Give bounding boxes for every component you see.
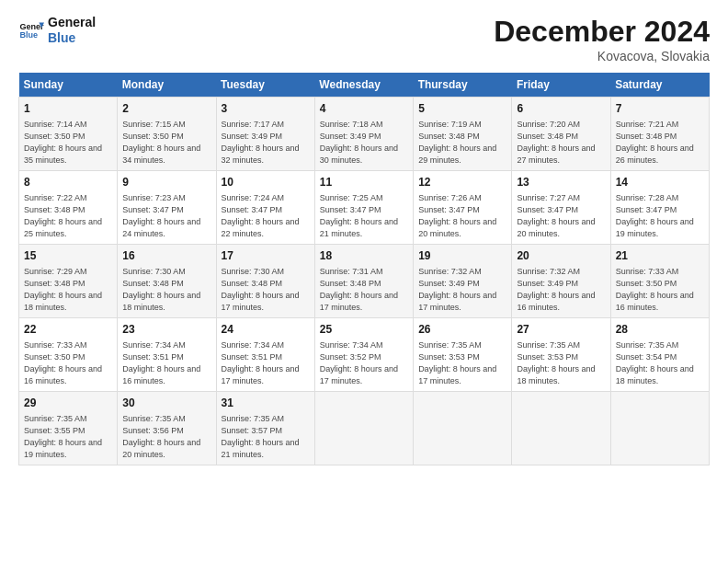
logo-general: General — [48, 15, 96, 30]
day-number: 20 — [517, 248, 605, 264]
cell-info: Sunrise: 7:34 AM Sunset: 3:51 PM Dayligh… — [122, 339, 210, 387]
calendar-cell — [414, 391, 512, 465]
calendar-cell: 6 Sunrise: 7:20 AM Sunset: 3:48 PM Dayli… — [512, 98, 610, 171]
col-monday: Monday — [118, 73, 216, 98]
day-number: 14 — [616, 175, 704, 190]
cell-info: Sunrise: 7:24 AM Sunset: 3:47 PM Dayligh… — [222, 192, 310, 240]
day-number: 28 — [616, 322, 704, 338]
day-number: 6 — [517, 101, 605, 117]
calendar-cell: 24 Sunrise: 7:34 AM Sunset: 3:51 PM Dayl… — [216, 317, 314, 391]
calendar-cell: 26 Sunrise: 7:35 AM Sunset: 3:53 PM Dayl… — [414, 317, 512, 391]
day-number: 1 — [24, 101, 112, 117]
cell-info: Sunrise: 7:35 AM Sunset: 3:53 PM Dayligh… — [418, 339, 506, 387]
cell-info: Sunrise: 7:14 AM Sunset: 3:50 PM Dayligh… — [24, 119, 112, 167]
cell-info: Sunrise: 7:33 AM Sunset: 3:50 PM Dayligh… — [616, 266, 704, 314]
table-row: 15 Sunrise: 7:29 AM Sunset: 3:48 PM Dayl… — [19, 244, 710, 317]
calendar-cell: 13 Sunrise: 7:27 AM Sunset: 3:47 PM Dayl… — [512, 170, 610, 244]
calendar-cell — [610, 391, 709, 465]
calendar-cell: 8 Sunrise: 7:22 AM Sunset: 3:48 PM Dayli… — [19, 170, 118, 244]
table-row: 29 Sunrise: 7:35 AM Sunset: 3:55 PM Dayl… — [19, 391, 710, 465]
col-tuesday: Tuesday — [216, 73, 314, 98]
day-number: 21 — [616, 248, 704, 264]
cell-info: Sunrise: 7:30 AM Sunset: 3:48 PM Dayligh… — [122, 266, 210, 314]
calendar-cell: 31 Sunrise: 7:35 AM Sunset: 3:57 PM Dayl… — [216, 391, 314, 465]
calendar-table: Sunday Monday Tuesday Wednesday Thursday… — [18, 73, 710, 465]
day-number: 7 — [616, 101, 704, 117]
day-number: 16 — [122, 248, 210, 264]
day-number: 25 — [320, 322, 408, 338]
col-friday: Friday — [512, 73, 610, 98]
cell-info: Sunrise: 7:35 AM Sunset: 3:54 PM Dayligh… — [616, 339, 704, 387]
calendar-cell: 7 Sunrise: 7:21 AM Sunset: 3:48 PM Dayli… — [610, 98, 709, 171]
calendar-cell: 17 Sunrise: 7:30 AM Sunset: 3:48 PM Dayl… — [216, 244, 314, 317]
calendar-cell: 25 Sunrise: 7:34 AM Sunset: 3:52 PM Dayl… — [314, 317, 413, 391]
day-number: 15 — [24, 248, 112, 264]
day-number: 13 — [517, 175, 605, 190]
day-number: 30 — [122, 396, 210, 411]
calendar-cell: 21 Sunrise: 7:33 AM Sunset: 3:50 PM Dayl… — [610, 244, 709, 317]
calendar-cell: 12 Sunrise: 7:26 AM Sunset: 3:47 PM Dayl… — [414, 170, 512, 244]
cell-info: Sunrise: 7:26 AM Sunset: 3:47 PM Dayligh… — [418, 192, 506, 240]
col-saturday: Saturday — [610, 73, 709, 98]
cell-info: Sunrise: 7:15 AM Sunset: 3:50 PM Dayligh… — [122, 119, 210, 167]
month-title: December 2024 — [494, 15, 710, 49]
svg-text:Blue: Blue — [19, 30, 38, 40]
cell-info: Sunrise: 7:32 AM Sunset: 3:49 PM Dayligh… — [418, 266, 506, 314]
calendar-cell: 14 Sunrise: 7:28 AM Sunset: 3:47 PM Dayl… — [610, 170, 709, 244]
cell-info: Sunrise: 7:35 AM Sunset: 3:57 PM Dayligh… — [222, 413, 310, 461]
day-number: 5 — [418, 101, 506, 117]
day-number: 10 — [222, 175, 310, 190]
cell-info: Sunrise: 7:32 AM Sunset: 3:49 PM Dayligh… — [517, 266, 605, 314]
cell-info: Sunrise: 7:34 AM Sunset: 3:52 PM Dayligh… — [320, 339, 408, 387]
calendar-cell: 15 Sunrise: 7:29 AM Sunset: 3:48 PM Dayl… — [19, 244, 118, 317]
logo-icon: General Blue — [18, 17, 44, 43]
day-number: 12 — [418, 175, 506, 190]
cell-info: Sunrise: 7:29 AM Sunset: 3:48 PM Dayligh… — [24, 266, 112, 314]
page-container: General Blue General Blue December 2024 … — [0, 0, 728, 475]
cell-info: Sunrise: 7:35 AM Sunset: 3:56 PM Dayligh… — [122, 413, 210, 461]
title-block: December 2024 Kovacova, Slovakia — [494, 15, 710, 63]
day-number: 8 — [24, 175, 112, 190]
calendar-cell: 23 Sunrise: 7:34 AM Sunset: 3:51 PM Dayl… — [118, 317, 216, 391]
day-number: 17 — [222, 248, 310, 264]
day-number: 2 — [122, 101, 210, 117]
calendar-cell: 10 Sunrise: 7:24 AM Sunset: 3:47 PM Dayl… — [216, 170, 314, 244]
calendar-cell: 11 Sunrise: 7:25 AM Sunset: 3:47 PM Dayl… — [314, 170, 413, 244]
cell-info: Sunrise: 7:27 AM Sunset: 3:47 PM Dayligh… — [517, 192, 605, 240]
day-number: 31 — [222, 396, 310, 411]
table-row: 8 Sunrise: 7:22 AM Sunset: 3:48 PM Dayli… — [19, 170, 710, 244]
calendar-cell: 4 Sunrise: 7:18 AM Sunset: 3:49 PM Dayli… — [314, 98, 413, 171]
cell-info: Sunrise: 7:34 AM Sunset: 3:51 PM Dayligh… — [222, 339, 310, 387]
cell-info: Sunrise: 7:20 AM Sunset: 3:48 PM Dayligh… — [517, 119, 605, 167]
calendar-cell: 20 Sunrise: 7:32 AM Sunset: 3:49 PM Dayl… — [512, 244, 610, 317]
col-sunday: Sunday — [19, 73, 118, 98]
calendar-cell: 3 Sunrise: 7:17 AM Sunset: 3:49 PM Dayli… — [216, 98, 314, 171]
calendar-cell: 19 Sunrise: 7:32 AM Sunset: 3:49 PM Dayl… — [414, 244, 512, 317]
calendar-cell — [512, 391, 610, 465]
location-subtitle: Kovacova, Slovakia — [494, 49, 710, 63]
cell-info: Sunrise: 7:35 AM Sunset: 3:55 PM Dayligh… — [24, 413, 112, 461]
cell-info: Sunrise: 7:22 AM Sunset: 3:48 PM Dayligh… — [24, 192, 112, 240]
table-row: 22 Sunrise: 7:33 AM Sunset: 3:50 PM Dayl… — [19, 317, 710, 391]
calendar-cell: 5 Sunrise: 7:19 AM Sunset: 3:48 PM Dayli… — [414, 98, 512, 171]
day-number: 22 — [24, 322, 112, 338]
day-number: 26 — [418, 322, 506, 338]
calendar-cell: 22 Sunrise: 7:33 AM Sunset: 3:50 PM Dayl… — [19, 317, 118, 391]
day-number: 9 — [122, 175, 210, 190]
cell-info: Sunrise: 7:19 AM Sunset: 3:48 PM Dayligh… — [418, 119, 506, 167]
day-number: 19 — [418, 248, 506, 264]
calendar-cell: 16 Sunrise: 7:30 AM Sunset: 3:48 PM Dayl… — [118, 244, 216, 317]
table-row: 1 Sunrise: 7:14 AM Sunset: 3:50 PM Dayli… — [19, 98, 710, 171]
day-number: 29 — [24, 396, 112, 411]
calendar-cell: 9 Sunrise: 7:23 AM Sunset: 3:47 PM Dayli… — [118, 170, 216, 244]
calendar-cell: 18 Sunrise: 7:31 AM Sunset: 3:48 PM Dayl… — [314, 244, 413, 317]
day-number: 4 — [320, 101, 408, 117]
calendar-cell: 28 Sunrise: 7:35 AM Sunset: 3:54 PM Dayl… — [610, 317, 709, 391]
day-number: 24 — [222, 322, 310, 338]
day-number: 27 — [517, 322, 605, 338]
cell-info: Sunrise: 7:18 AM Sunset: 3:49 PM Dayligh… — [320, 119, 408, 167]
day-number: 23 — [122, 322, 210, 338]
day-number: 11 — [320, 175, 408, 190]
cell-info: Sunrise: 7:25 AM Sunset: 3:47 PM Dayligh… — [320, 192, 408, 240]
calendar-cell: 30 Sunrise: 7:35 AM Sunset: 3:56 PM Dayl… — [118, 391, 216, 465]
